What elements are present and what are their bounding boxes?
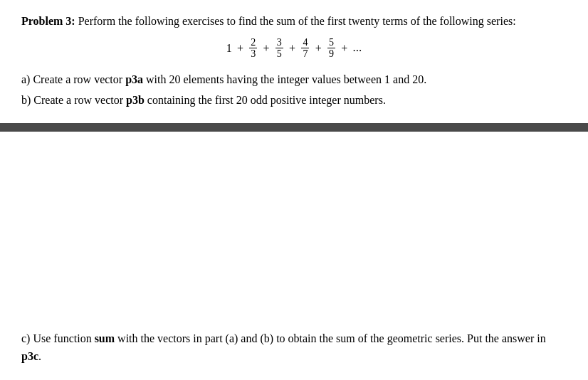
frac4-numerator: 5 — [327, 37, 335, 48]
problem-description: Perform the following exercises to find … — [78, 15, 516, 27]
frac1-numerator: 2 — [249, 37, 257, 48]
part-b-var: p3b — [126, 94, 145, 106]
plus-operator-0: + — [237, 43, 243, 54]
frac2-denominator: 5 — [275, 48, 283, 59]
frac1-denominator: 3 — [249, 48, 257, 59]
frac4-denominator: 9 — [327, 48, 335, 59]
upper-section: Problem 3: Perform the following exercis… — [0, 0, 588, 123]
fraction-1: 2 3 — [249, 37, 257, 60]
part-c-suffix: . — [38, 350, 41, 362]
plus-operator-1: + — [263, 43, 270, 54]
page-container: Problem 3: Perform the following exercis… — [0, 0, 588, 380]
part-a-var: p3a — [125, 73, 143, 85]
problem-label: Problem 3: — [21, 15, 75, 27]
fraction-3: 4 7 — [301, 37, 309, 60]
part-b-suffix: containing the first 20 odd positive int… — [145, 94, 386, 106]
part-c-var: p3c — [21, 350, 38, 362]
fraction-2: 3 5 — [275, 37, 283, 60]
sub-items: a) Create a row vector p3a with 20 eleme… — [21, 70, 567, 111]
problem-statement: Problem 3: Perform the following exercis… — [21, 13, 567, 30]
part-c-prefix: c) Use function — [21, 332, 95, 344]
plus-operator-2: + — [289, 43, 295, 54]
series-display: 1 + 2 3 + 3 5 + 4 7 + 5 9 + ... — [21, 37, 567, 60]
part-b-prefix: b) Create a row vector — [21, 94, 126, 106]
part-c-text: c) Use function sum with the vectors in … — [21, 329, 567, 366]
lower-section: c) Use function sum with the vectors in … — [0, 132, 588, 380]
frac2-numerator: 3 — [275, 37, 283, 48]
fraction-4: 5 9 — [327, 37, 335, 60]
frac3-denominator: 7 — [301, 48, 309, 59]
part-a-prefix: a) Create a row vector — [21, 73, 125, 85]
series-term0: 1 — [226, 43, 232, 54]
frac3-numerator: 4 — [301, 37, 309, 48]
part-b: b) Create a row vector p3b containing th… — [21, 90, 567, 111]
part-c-middle: with the vectors in part (a) and (b) to … — [115, 332, 546, 344]
part-a: a) Create a row vector p3a with 20 eleme… — [21, 70, 567, 90]
section-divider — [0, 123, 588, 132]
part-a-suffix: with 20 elements having the integer valu… — [143, 73, 426, 85]
ellipsis: ... — [352, 41, 362, 54]
part-c-func: sum — [95, 332, 115, 344]
plus-operator-4: + — [341, 43, 347, 54]
plus-operator-3: + — [315, 43, 322, 54]
